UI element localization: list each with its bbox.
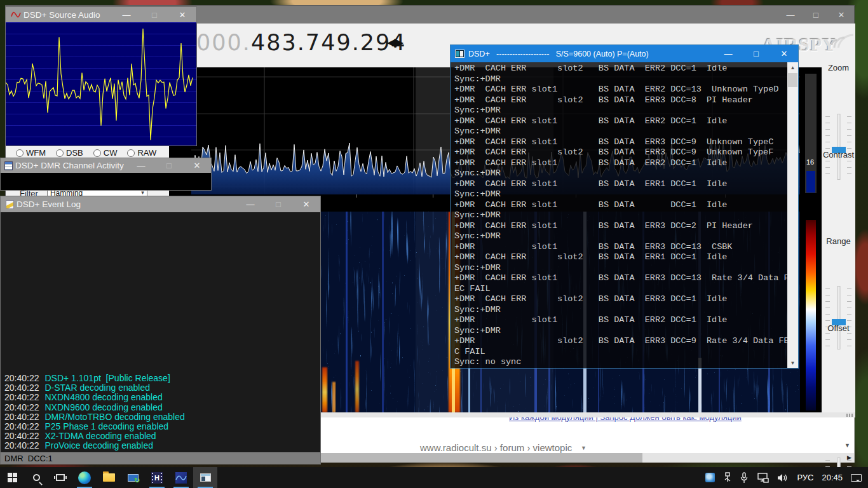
speaker-icon[interactable] [777,473,789,483]
log-timestamp: 20:40:22 [4,431,39,441]
dmr-close-button[interactable]: ✕ [183,158,211,173]
event-log-close-button[interactable]: ✕ [292,196,320,212]
forum-topic-link[interactable]: Из каждой модуляции | Запрос Должен быть… [509,417,742,422]
log-timestamp: 20:40:22 [4,421,39,431]
dmr-activity-titlebar[interactable]: DSD+ DMR Channel Activity — □ ✕ [1,158,211,173]
log-message: ProVoice decoding enabled [45,440,153,451]
dmr-activity-window[interactable]: DSD+ DMR Channel Activity — □ ✕ [0,158,212,191]
log-message: DSD+ 1.101pt [Public Release] [45,373,170,383]
sine-wave-icon [11,11,21,18]
offset-slider-group: Offset [822,323,855,333]
edge-browser-icon [78,471,91,484]
log-entry: 20:40:22DMR/MotoTRBO decoding enabled [4,412,185,422]
event-log-statusbar: DMR DCC:1 [1,452,320,464]
dmr-activity-header-row [1,173,211,190]
log-message: X2-TDMA decoding enabled [45,431,156,441]
event-log-lines: 20:40:22DSD+ 1.101pt [Public Release]20:… [4,374,185,451]
console-minimize-button[interactable]: — [714,45,742,62]
mode-label: WFM [26,148,46,158]
taskbar-item-console[interactable] [193,467,217,488]
mode-radio[interactable]: WFM [16,148,46,158]
mode-radio[interactable]: RAW [127,148,156,158]
taskbar: H [0,467,868,488]
dmr-maximize-button[interactable]: □ [155,158,183,173]
console-maximize-button[interactable]: □ [742,45,770,62]
dmr-minimize-button[interactable]: — [127,158,155,173]
frequency-stepper-icons[interactable]: ◀▶ [387,35,402,50]
event-log-titlebar[interactable]: DSD+ Event Log — □ ✕ [1,196,320,212]
language-indicator[interactable]: РУС [797,473,813,482]
event-log-minimize-button[interactable]: — [236,196,264,212]
start-button[interactable] [0,467,24,488]
sdr-close-button[interactable]: ✕ [829,6,854,24]
source-audio-maximize-button[interactable]: □ [140,7,168,22]
taskbar-item-hdsdr[interactable]: H [145,467,169,488]
console-titlebar[interactable]: DSD+ -------------------- S/S=9600 (Auto… [451,45,798,62]
waterfall-color-scale [806,220,816,410]
breadcrumb[interactable]: www.radiocult.su › forum › viewtopic [420,442,572,453]
console-title: DSD+ -------------------- S/S=9600 (Auto… [468,50,649,58]
zoom-slider[interactable] [822,114,855,180]
system-tray: РУС 20:45 [705,472,868,484]
log-message: NXDN9600 decoding enabled [45,402,163,412]
log-entry: 20:40:22X2-TDMA decoding enabled [4,431,185,441]
radio-circle-icon[interactable] [56,149,64,157]
sdr-maximize-button[interactable]: □ [803,6,829,24]
frequency-display[interactable]: 000.483.749.294 [196,30,407,55]
file-explorer-icon [103,473,115,482]
radio-circle-icon[interactable] [16,149,24,157]
remote-desktop-icon [128,474,139,482]
event-log-window[interactable]: DSD+ Event Log — □ ✕ 20:40:22DSD+ 1.101p… [0,196,321,464]
console-scrollbar[interactable]: ▲ ▼ [787,62,798,368]
task-view-button[interactable] [48,467,72,488]
log-entry: 20:40:22DSD+ 1.101pt [Public Release] [4,374,185,383]
console-close-button[interactable]: ✕ [770,45,798,62]
mode-radio[interactable]: DSB [56,148,83,158]
slider-track[interactable] [837,286,840,349]
slider-ticks [825,116,830,177]
network-icon[interactable] [756,473,769,483]
source-audio-titlebar[interactable]: DSD+ Source Audio — □ ✕ [6,7,196,22]
scroll-up-icon[interactable]: ▲ [787,62,798,72]
search-button[interactable] [24,467,48,488]
dsd-console-window[interactable]: DSD+ -------------------- S/S=9600 (Auto… [450,44,799,369]
tray-app-icon[interactable] [705,473,715,482]
sdr-minimize-button[interactable]: — [778,6,803,24]
vertical-scroll-down-icon[interactable]: ▼ [844,442,850,449]
mode-label: RAW [137,148,156,158]
source-audio-window[interactable]: DSD+ Source Audio — □ ✕ [5,6,197,146]
event-log-title: DSD+ Event Log [17,200,81,209]
taskbar-item-edge[interactable] [72,467,97,488]
radio-circle-icon[interactable] [127,149,135,157]
taskbar-item-sdr[interactable] [169,467,193,488]
log-pen-icon [6,200,14,209]
windows-logo-icon [8,473,17,482]
mode-label: DSB [66,148,83,158]
taskbar-item-explorer[interactable] [97,467,121,488]
usb-icon[interactable] [723,472,732,484]
contrast-slider[interactable] [822,286,855,349]
clock[interactable]: 20:45 [822,473,843,482]
sdr-wave-icon [175,472,187,484]
mode-radio[interactable]: CW [93,148,118,158]
microphone-icon[interactable] [740,472,748,484]
console-body[interactable]: +DMR CACH ERR slot2 BS DATA ERR2 DCC=1 I… [451,62,798,368]
console-scrollbar-thumb[interactable] [788,73,797,87]
breadcrumb-caret-icon[interactable]: ▼ [581,445,587,451]
scroll-down-icon[interactable]: ▼ [787,358,798,368]
scale-tick [356,194,357,198]
h-app-icon: H [151,472,163,484]
source-audio-close-button[interactable]: ✕ [168,7,196,22]
frequency-prefix: 000. [196,30,251,55]
slider-ticks [825,288,830,347]
event-log-maximize-button[interactable]: □ [264,196,292,212]
desktop-background: Из каждой модуляции | Запрос Должен быть… [0,0,868,488]
radio-circle-icon[interactable] [93,149,101,157]
taskbar-item-remote[interactable] [121,467,145,488]
frequency-value[interactable]: 483.749.294 [251,30,407,55]
action-center-icon[interactable] [851,474,862,482]
resize-grip-icon[interactable] [846,414,853,417]
source-audio-minimize-button[interactable]: — [112,7,140,22]
airspy-waves-icon [828,26,856,48]
dmr-activity-title: DSD+ DMR Channel Activity [15,161,124,170]
